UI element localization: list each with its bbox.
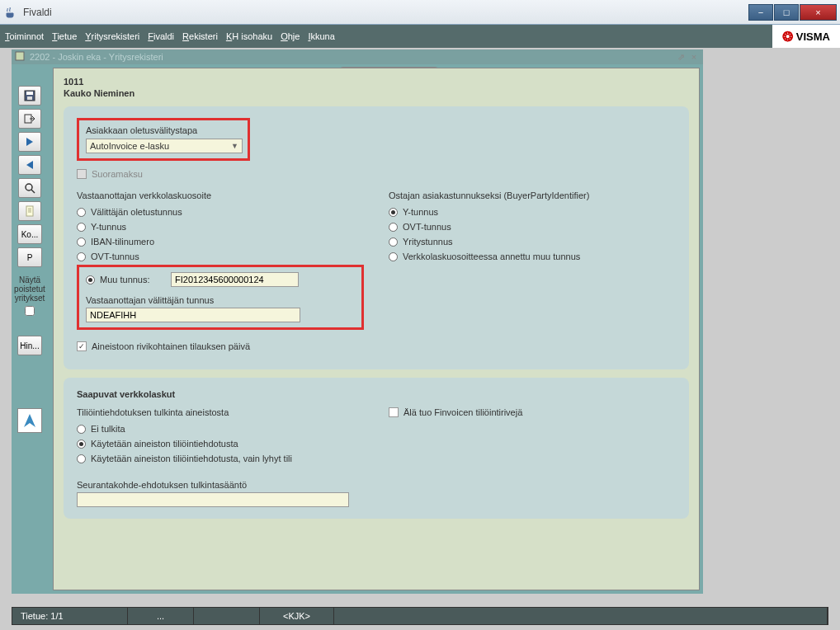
floppy-icon <box>24 90 35 101</box>
statusbar: Tietue: 1/1 ... <KJK> <box>12 607 828 625</box>
content-area: 1011 Kauko Nieminen Asiakkaan oletusväli… <box>53 68 700 590</box>
play-right-icon <box>24 136 35 148</box>
status-empty2 <box>334 608 828 624</box>
panel-outgoing: Asiakkaan oletusvälitystapa AutoInvoice … <box>64 106 689 369</box>
recv-intermediary-label: Vastaanottajan välittäjän tunnus <box>86 295 355 305</box>
p-button[interactable]: P <box>17 247 42 267</box>
radio-yritystunnus[interactable] <box>389 237 398 247</box>
inner-titlebar: 2202 - Joskin eka - Yritysrekisteri ⇗ × <box>12 49 703 64</box>
muu-tunnus-input[interactable] <box>171 272 299 287</box>
seurantakohde-input[interactable] <box>77 492 349 507</box>
status-dots1: ... <box>128 608 194 624</box>
default-method-label: Asiakkaan oletusvälitystapa <box>86 125 241 135</box>
radio-verkkolaskuosoite-muu[interactable] <box>389 252 398 261</box>
panel-incoming: Saapuvat verkkolaskut Tiliöintiehdotukse… <box>64 378 689 519</box>
show-deleted-checkbox[interactable] <box>25 306 35 316</box>
inner-close-button[interactable]: × <box>688 51 700 63</box>
radio-y-tunnus-left[interactable] <box>77 223 86 232</box>
recv-intermediary-input[interactable] <box>86 308 300 322</box>
inner-window: 2202 - Joskin eka - Yritysrekisteri ⇗ × … <box>12 49 703 594</box>
radio-ei-tulkita[interactable] <box>77 425 86 434</box>
visma-text: VISMA <box>796 31 830 43</box>
svg-rect-2 <box>26 92 33 95</box>
ala-tuo-checkbox[interactable] <box>389 407 399 417</box>
svg-rect-0 <box>16 52 24 60</box>
fivaldi-arrow-icon <box>21 411 39 430</box>
aineistoon-checkbox[interactable] <box>77 341 87 351</box>
search-button[interactable] <box>18 178 41 198</box>
ko-button[interactable]: Ko... <box>17 224 42 244</box>
default-method-value: AutoInvoice e-lasku <box>90 141 169 151</box>
fivaldi-logo <box>17 408 42 433</box>
status-empty1 <box>194 608 260 624</box>
radio-ovt-tunnus-right[interactable] <box>389 223 398 232</box>
exit-button[interactable] <box>18 109 41 129</box>
radio-ovt-tunnus-left[interactable] <box>77 252 86 261</box>
menu-ikkuna[interactable]: Ikkuna <box>308 31 334 41</box>
dropdown-arrow-icon: ▼ <box>231 142 238 150</box>
minimize-button[interactable]: − <box>748 4 773 21</box>
company-id: 1011 <box>64 77 689 87</box>
next-button[interactable] <box>18 132 41 152</box>
document-icon <box>24 205 35 217</box>
buyer-party-label: Ostajan asiakastunnukseksi (BuyerPartyId… <box>389 190 676 200</box>
window-title: Fivaldi <box>23 7 52 18</box>
hin-button[interactable]: Hin... <box>17 336 42 355</box>
company-name: Kauko Nieminen <box>64 88 689 98</box>
visma-logo: ❂ VISMA <box>772 25 840 48</box>
svg-rect-6 <box>26 206 33 216</box>
status-tietue: Tietue: 1/1 <box>12 608 128 624</box>
default-method-dropdown[interactable]: AutoInvoice e-lasku ▼ <box>86 139 243 153</box>
ala-tuo-label: Älä tuo Finvoicen tiliöintirivejä <box>403 407 522 417</box>
sidebar-nayta-label: Näytä poistetut yritykset <box>14 275 45 303</box>
panel2-title: Saapuvat verkkolaskut <box>77 389 676 399</box>
prev-button[interactable] <box>18 155 41 175</box>
close-button[interactable]: × <box>800 4 837 21</box>
exit-icon <box>24 113 35 125</box>
radio-valittajan-oletustunnus[interactable] <box>77 208 86 217</box>
svg-point-5 <box>26 184 32 190</box>
aineistoon-label: Aineistoon rivikohtainen tilauksen päivä <box>92 341 250 351</box>
play-left-icon <box>24 159 35 171</box>
magnifier-icon <box>24 182 35 194</box>
seurantakohde-label: Seurantakohde-ehdotuksen tulkintasääntö <box>77 480 676 490</box>
inner-title-text: 2202 - Joskin eka - Yritysrekisteri <box>30 52 163 62</box>
tulkinta-label: Tiliöintiehdotuksen tulkinta aineistosta <box>77 407 364 417</box>
suoramaksu-label: Suoramaksu <box>92 169 143 179</box>
menu-kh-isohaku[interactable]: KH isohaku <box>226 31 272 41</box>
menu-ohje[interactable]: Ohje <box>281 31 300 41</box>
maximize-button[interactable]: □ <box>774 4 799 21</box>
radio-kaytetaan-lyhyt[interactable] <box>77 454 86 463</box>
titlebar: Fivaldi − □ × <box>0 0 840 25</box>
menu-tietue[interactable]: Tietue <box>52 31 77 41</box>
left-sidebar: Ko... P Näytä poistetut yritykset Hin... <box>12 66 48 433</box>
menu-yritysrekisteri[interactable]: Yritysrekisteri <box>85 31 139 41</box>
save-button[interactable] <box>18 86 41 106</box>
radio-kaytetaan-tilioint[interactable] <box>77 440 86 449</box>
menu-toiminnot[interactable]: Toiminnot <box>5 31 44 41</box>
inner-title-icon <box>15 51 26 63</box>
status-kjk: <KJK> <box>260 608 334 624</box>
suoramaksu-checkbox[interactable] <box>77 169 87 179</box>
svg-rect-3 <box>27 96 32 100</box>
menubar: Toiminnot Tietue Yritysrekisteri Fivaldi… <box>0 25 340 48</box>
inner-restore-button[interactable]: ⇗ <box>675 51 687 63</box>
app-icon <box>3 6 17 19</box>
menu-fivaldi[interactable]: Fivaldi <box>148 31 174 41</box>
radio-muu-tunnus[interactable] <box>86 275 95 284</box>
recv-address-label: Vastaanottajan verkkolaskuosoite <box>77 190 364 200</box>
radio-y-tunnus-right[interactable] <box>389 208 398 217</box>
radio-iban-tilinumero[interactable] <box>77 237 86 247</box>
visma-swirl-icon: ❂ <box>782 29 793 45</box>
menu-rekisteri[interactable]: Rekisteri <box>182 31 218 41</box>
document-button[interactable] <box>18 201 41 221</box>
